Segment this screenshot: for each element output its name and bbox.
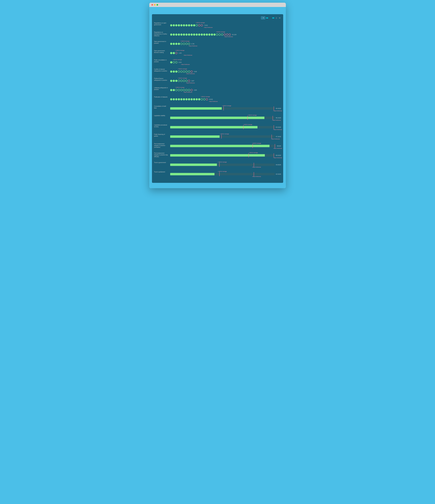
indicator-label: Open government decision-making xyxy=(154,50,170,53)
browser-window: ▾ ⟨⟩ ✉ Regulations on open governmentOEC… xyxy=(149,3,286,188)
bar-indicator-row[interactable]: Public financing of parties• OECD Averag… xyxy=(154,133,281,140)
dot-empty xyxy=(183,43,185,45)
dot-empty xyxy=(180,80,183,82)
dot-indicator-row[interactable]: Regulations on transparency of policy in… xyxy=(154,31,281,37)
close-button-icon[interactable] xyxy=(151,4,153,6)
indicator-label: Conflict of interest safeguards in pract… xyxy=(154,68,170,72)
oecd-average-label: • OECD Average xyxy=(248,115,257,116)
dot-best-performer xyxy=(201,24,203,27)
dot-filled xyxy=(180,98,183,100)
bar-row-inner: 49.4/100 xyxy=(170,107,281,110)
best-performer-line xyxy=(275,144,275,148)
descending-button[interactable] xyxy=(272,18,274,18)
best-performer-label: • Best Performer xyxy=(273,129,282,130)
dot-filled xyxy=(170,80,172,82)
browser-content: ▾ ⟨⟩ ✉ Regulations on open governmentOEC… xyxy=(149,7,286,188)
dot-filled xyxy=(180,34,183,36)
dot-indicator-row[interactable]: Publication of datasetsOECD Average9.5/1… xyxy=(154,96,281,102)
dot-indicator-row[interactable]: Public consultation in practiceOECD Aver… xyxy=(154,59,281,65)
bar-track xyxy=(170,154,275,157)
maximize-button-icon[interactable] xyxy=(157,4,158,6)
dot-filled xyxy=(183,24,185,27)
dot-filled xyxy=(185,34,188,36)
bar-row-inner: 47.3/100 xyxy=(170,135,281,138)
dot-indicator-row[interactable]: Lobbying safeguards in practiceOECD Aver… xyxy=(154,87,281,93)
ascending-button[interactable] xyxy=(269,17,271,19)
indicator-label: Political finance safeguards in practice xyxy=(154,78,170,81)
dot-best-performer xyxy=(206,98,208,100)
dot-best-performer xyxy=(188,80,190,82)
bar-value-label: 42.5/100 xyxy=(276,173,281,175)
dot-filled xyxy=(175,80,177,82)
bar-indicator-row[interactable]: Post employment integrity in practice (t… xyxy=(154,152,281,158)
bar-indicator-row[interactable]: Legislative procedural scrutiny• OECD Av… xyxy=(154,124,281,130)
bar-row-inner: 44.8/100 xyxy=(170,163,281,166)
oecd-line xyxy=(219,172,220,176)
minimize-button-icon[interactable] xyxy=(154,4,156,6)
bar-visual: • OECD Average83.5/100• Best Performer xyxy=(170,124,281,130)
dot-empty xyxy=(183,71,185,73)
dot-empty xyxy=(188,43,190,45)
dot-empty xyxy=(180,43,183,45)
oecd-average-label: • OECD Average xyxy=(220,133,229,135)
best-performer-label: • Best Performer xyxy=(252,176,261,177)
dot-filled xyxy=(170,34,172,36)
indicator-value: 3.8/7 xyxy=(191,80,194,82)
email-icon: ✉ xyxy=(279,17,280,19)
default-sorting-button[interactable] xyxy=(266,18,268,18)
oecd-line xyxy=(243,125,244,129)
oecd-average-label: • OECD Average xyxy=(218,171,227,172)
dot-visual: OECD Average3.4/9Best Performer xyxy=(170,68,281,74)
dot-visual: OECD Average0.5/3Best Performer xyxy=(170,59,281,65)
oecd-average-marker: OECD Average xyxy=(181,40,190,42)
bar-indicator-row[interactable]: Consultation of draft laws• OECD Average… xyxy=(154,105,281,111)
indicator-value: 1.3/3 xyxy=(179,52,182,54)
dot-filled xyxy=(183,98,185,100)
bar-indicator-row[interactable]: Trust in government• OECD Average44.8/10… xyxy=(154,161,281,168)
select-country-button[interactable]: ▾ xyxy=(261,16,265,19)
dot-empty xyxy=(180,89,183,91)
indicator-label: Public financing of parties xyxy=(154,134,170,137)
best-performer-line xyxy=(273,116,273,120)
bar-value-label: 94/100 xyxy=(277,145,281,147)
bar-indicator-row[interactable]: Post employment integrity in practice (m… xyxy=(154,143,281,149)
indicator-value: 7.3/13 xyxy=(204,25,208,26)
dot-indicator-row[interactable]: Open government in practiceOECD Average4… xyxy=(154,40,281,47)
bar-value-label: 44.8/100 xyxy=(276,164,281,166)
dot-indicator-row[interactable]: Political finance safeguards in practice… xyxy=(154,77,281,84)
best-performer-line xyxy=(274,107,274,110)
share-icon: ⟨⟩ xyxy=(276,17,277,19)
best-performer-label: • Best Performer xyxy=(252,166,261,168)
dot-empty xyxy=(188,89,190,91)
dot-indicator-row[interactable]: Conflict of interest safeguards in pract… xyxy=(154,68,281,74)
dot-filled xyxy=(193,24,195,27)
dot-empty xyxy=(178,80,180,82)
best-performer-label: Best Performer xyxy=(209,101,281,102)
bar-visual: • OECD Average49.4/100• Best Performer xyxy=(170,105,281,111)
share-button[interactable]: ⟨⟩ xyxy=(275,17,278,19)
indicator-value: 0.5/3 xyxy=(179,62,182,63)
indicator-label: Consultation of draft laws xyxy=(154,105,170,109)
oecd-average-marker: OECD Average xyxy=(201,96,210,97)
dot-filled xyxy=(173,24,175,27)
best-performer-line xyxy=(274,153,274,157)
bar-indicator-row[interactable]: Trust in parliament• OECD Average42.5/10… xyxy=(154,171,281,177)
best-performer-label: Best Performer xyxy=(181,64,281,65)
dot-indicator-row[interactable]: Open government decision-makingOECD Aver… xyxy=(154,50,281,56)
dot-visual: OECD Average3.8/7Best Performer xyxy=(170,77,281,84)
indicator-label: Public consultation in practice xyxy=(154,59,170,63)
browser-titlebar xyxy=(149,3,286,7)
dot-empty xyxy=(183,80,185,82)
dot-filled xyxy=(170,98,172,100)
dot-filled xyxy=(188,24,190,27)
dot-filled xyxy=(170,61,172,63)
bar-visual: • OECD Average90.2/100• Best Performer xyxy=(170,115,281,121)
indicator-value: 9.5/15 xyxy=(209,99,213,100)
email-button[interactable]: ✉ xyxy=(278,17,281,19)
dot-filled xyxy=(175,71,177,73)
dot-filled xyxy=(193,98,195,100)
best-performer-label: • Best Performer xyxy=(273,110,282,111)
bar-fill xyxy=(170,173,215,175)
bar-indicator-row[interactable]: Legislative stability• OECD Average90.2/… xyxy=(154,115,281,121)
dot-indicator-row[interactable]: Regulations on open governmentOECD Avera… xyxy=(154,22,281,28)
